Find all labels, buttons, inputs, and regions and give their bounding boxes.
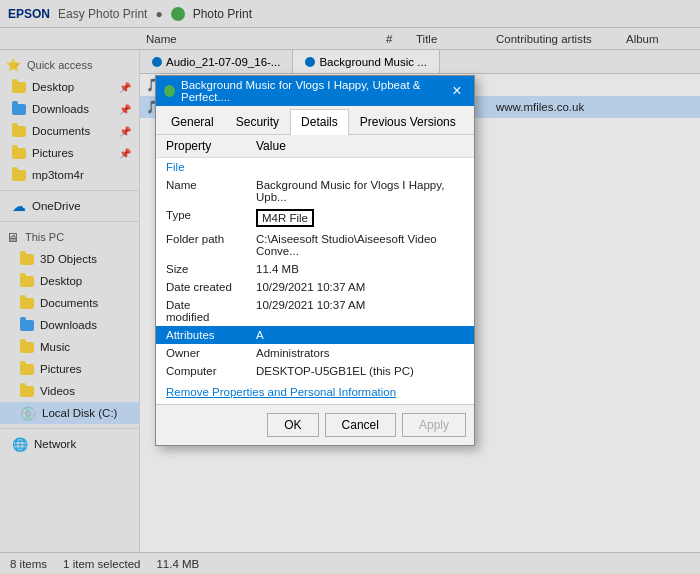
- table-row: Date created 10/29/2021 10:37 AM: [156, 278, 474, 296]
- table-row: Name Background Music for Vlogs I Happy,…: [156, 176, 474, 206]
- prop-key-type: Type: [156, 206, 246, 230]
- prop-val-attributes: A: [246, 326, 474, 344]
- properties-table: Property Value File Name Background Musi…: [156, 135, 474, 380]
- col-header-property: Property: [156, 135, 246, 158]
- prop-key-datemodified: Date modified: [156, 296, 246, 326]
- tab-details[interactable]: Details: [290, 109, 349, 135]
- section-file-label: File: [156, 158, 474, 177]
- dialog-title-dot: [164, 85, 175, 97]
- table-row: Type M4R File: [156, 206, 474, 230]
- table-row: Size 11.4 MB: [156, 260, 474, 278]
- table-row: Computer DESKTOP-U5GB1EL (this PC): [156, 362, 474, 380]
- prop-key-computer: Computer: [156, 362, 246, 380]
- section-file-row: File: [156, 158, 474, 177]
- table-row: Owner Administrators: [156, 344, 474, 362]
- prop-val-datecreated: 10/29/2021 10:37 AM: [246, 278, 474, 296]
- prop-val-datemodified: 10/29/2021 10:37 AM: [246, 296, 474, 326]
- dialog-title-text: Background Music for Vlogs I Happy, Upbe…: [181, 79, 448, 103]
- dialog-footer: OK Cancel Apply: [156, 404, 474, 445]
- remove-properties-link[interactable]: Remove Properties and Personal Informati…: [156, 380, 474, 404]
- table-row: Folder path C:\Aiseesoft Studio\Aiseesof…: [156, 230, 474, 260]
- dialog-titlebar: Background Music for Vlogs I Happy, Upbe…: [156, 76, 474, 106]
- prop-key-folderpath: Folder path: [156, 230, 246, 260]
- tab-general[interactable]: General: [160, 109, 225, 134]
- tab-security[interactable]: Security: [225, 109, 290, 134]
- prop-key-name: Name: [156, 176, 246, 206]
- ok-button[interactable]: OK: [267, 413, 318, 437]
- prop-key-owner: Owner: [156, 344, 246, 362]
- properties-dialog: Background Music for Vlogs I Happy, Upbe…: [155, 75, 475, 446]
- prop-key-datecreated: Date created: [156, 278, 246, 296]
- prop-val-type: M4R File: [246, 206, 474, 230]
- prop-key-size: Size: [156, 260, 246, 278]
- table-row: Date modified 10/29/2021 10:37 AM: [156, 296, 474, 326]
- tab-security-label: Security: [236, 115, 279, 129]
- col-header-value: Value: [246, 135, 474, 158]
- prop-val-computer: DESKTOP-U5GB1EL (this PC): [246, 362, 474, 380]
- prop-val-folderpath: C:\Aiseesoft Studio\Aiseesoft Video Conv…: [246, 230, 474, 260]
- prop-val-size: 11.4 MB: [246, 260, 474, 278]
- tab-general-label: General: [171, 115, 214, 129]
- table-row-highlighted[interactable]: Attributes A: [156, 326, 474, 344]
- tab-previous-versions[interactable]: Previous Versions: [349, 109, 467, 134]
- prop-val-owner: Administrators: [246, 344, 474, 362]
- tab-details-label: Details: [301, 115, 338, 129]
- cancel-button[interactable]: Cancel: [325, 413, 396, 437]
- type-value-box: M4R File: [256, 209, 314, 227]
- dialog-title-left: Background Music for Vlogs I Happy, Upbe…: [164, 79, 448, 103]
- tab-prev-versions-label: Previous Versions: [360, 115, 456, 129]
- dialog-close-button[interactable]: ×: [448, 81, 466, 101]
- prop-val-name: Background Music for Vlogs I Happy, Upb.…: [246, 176, 474, 206]
- prop-key-attributes: Attributes: [156, 326, 246, 344]
- dialog-tabs: General Security Details Previous Versio…: [156, 106, 474, 135]
- apply-button[interactable]: Apply: [402, 413, 466, 437]
- dialog-content: Property Value File Name Background Musi…: [156, 135, 474, 404]
- dialog-overlay: Background Music for Vlogs I Happy, Upbe…: [0, 0, 700, 574]
